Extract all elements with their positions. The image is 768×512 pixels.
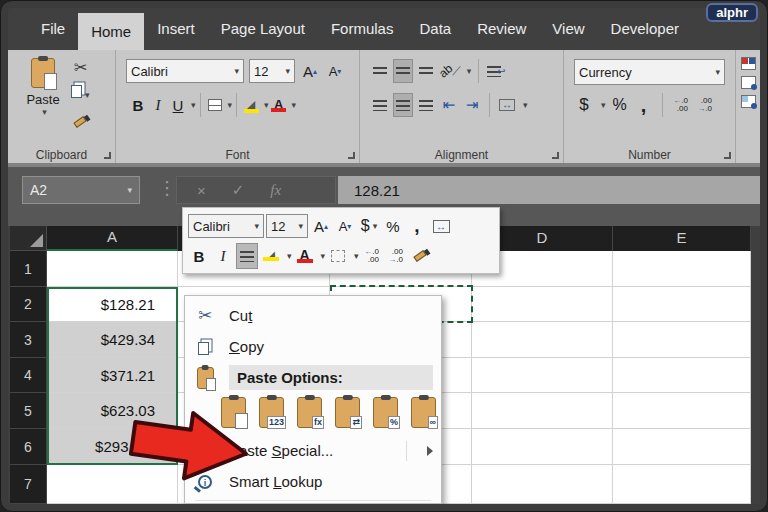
borders-button[interactable] xyxy=(205,93,225,117)
format-painter-button[interactable] xyxy=(74,111,86,129)
row-header-6[interactable]: 6 xyxy=(10,429,47,465)
top-align-button[interactable] xyxy=(370,59,390,83)
alignment-dialog-launcher[interactable] xyxy=(552,152,559,159)
increase-decimal-button[interactable]: ←.0.00 xyxy=(671,93,691,117)
cell-e7[interactable] xyxy=(613,465,751,504)
mini-increase-decimal-button[interactable]: ←.0.00 xyxy=(361,243,383,269)
clipboard-dialog-launcher[interactable] xyxy=(104,152,111,159)
mini-merge-center-button[interactable]: ↔ xyxy=(430,213,452,239)
paste-formulas-button[interactable]: fx xyxy=(297,397,322,428)
mini-font-color-button[interactable]: A xyxy=(294,243,316,269)
align-left-button[interactable] xyxy=(370,93,390,117)
insert-function-button[interactable]: fx xyxy=(270,182,281,199)
tab-page-layout[interactable]: Page Layout xyxy=(208,8,318,50)
decrease-decimal-button[interactable]: .00→.0 xyxy=(695,93,715,117)
font-color-button[interactable]: A xyxy=(269,93,289,117)
tab-formulas[interactable]: Formulas xyxy=(318,8,407,50)
paste-transpose-button[interactable]: ⇄ xyxy=(335,397,360,428)
column-header-a[interactable]: A xyxy=(47,226,178,251)
grow-font-button[interactable]: A▴ xyxy=(300,59,320,83)
merge-center-dropdown-arrow[interactable]: ▾ xyxy=(523,100,528,110)
bold-button[interactable]: B xyxy=(128,93,148,117)
mini-fill-dropdown-arrow[interactable]: ▾ xyxy=(287,251,292,261)
accounting-format-button[interactable]: $ xyxy=(574,93,594,117)
paste-formatting-button[interactable]: % xyxy=(373,397,398,428)
tab-file[interactable]: File xyxy=(28,8,78,50)
italic-button[interactable]: I xyxy=(148,93,168,117)
bottom-align-button[interactable] xyxy=(416,59,436,83)
font-name-select[interactable]: Calibri▾ xyxy=(126,59,244,83)
name-box[interactable]: A2▾ xyxy=(22,176,140,204)
cell-d4[interactable] xyxy=(472,358,613,393)
cut-button[interactable]: ✂ xyxy=(74,58,87,77)
shrink-font-button[interactable]: A▾ xyxy=(325,59,345,83)
cell-d3[interactable] xyxy=(472,322,613,358)
cell-styles-icon[interactable] xyxy=(741,95,756,108)
mini-font-size-select[interactable]: 12▾ xyxy=(266,214,308,238)
cell-a2[interactable]: $128.21 xyxy=(47,287,178,322)
paste-link-button[interactable]: ∞ xyxy=(411,397,436,428)
mini-font-name-select[interactable]: Calibri▾ xyxy=(188,214,264,238)
mini-grow-font-button[interactable]: A▴ xyxy=(310,213,332,239)
row-header-4[interactable]: 4 xyxy=(10,358,47,393)
row-header-1[interactable]: 1 xyxy=(10,251,47,287)
middle-align-button[interactable] xyxy=(393,59,413,83)
underline-button[interactable]: U xyxy=(168,93,188,117)
comma-style-button[interactable]: , xyxy=(634,93,654,117)
number-dialog-launcher[interactable] xyxy=(724,152,731,159)
mini-bold-button[interactable]: B xyxy=(188,243,210,269)
row-header-7[interactable]: 7 xyxy=(10,465,47,504)
cell-e5[interactable] xyxy=(613,393,751,429)
copy-button[interactable]: ▾ xyxy=(74,82,90,102)
decrease-indent-button[interactable]: ⇤ xyxy=(439,93,459,117)
font-color-dropdown-arrow[interactable]: ▾ xyxy=(292,100,297,110)
paste-dropdown-arrow[interactable]: ▾ xyxy=(42,107,47,117)
number-format-select[interactable]: Currency▾ xyxy=(574,59,725,85)
mini-borders-dropdown-arrow[interactable]: ▾ xyxy=(354,251,359,261)
cell-d6[interactable] xyxy=(472,429,613,465)
paste-button[interactable]: Paste ▾ xyxy=(20,58,66,129)
row-header-5[interactable]: 5 xyxy=(10,393,47,429)
select-all-corner[interactable] xyxy=(10,226,47,251)
cell-a3[interactable]: $429.34 xyxy=(47,322,178,358)
paste-values-button[interactable]: 123 xyxy=(259,397,284,428)
merge-center-button[interactable]: ↔ xyxy=(497,93,517,117)
orientation-dropdown-arrow[interactable]: ▾ xyxy=(467,66,472,76)
align-right-button[interactable] xyxy=(416,93,436,117)
center-button[interactable] xyxy=(393,93,413,117)
tab-home[interactable]: Home xyxy=(78,13,144,50)
cell-a4[interactable]: $371.21 xyxy=(47,358,178,393)
cell-a1[interactable] xyxy=(47,251,178,287)
tab-view[interactable]: View xyxy=(539,8,597,50)
percent-style-button[interactable]: % xyxy=(610,93,630,117)
row-header-3[interactable]: 3 xyxy=(10,322,47,358)
tab-review[interactable]: Review xyxy=(464,8,539,50)
column-header-e[interactable]: E xyxy=(613,226,751,251)
cell-e6[interactable] xyxy=(613,429,751,465)
cancel-button[interactable]: × xyxy=(197,182,206,199)
mini-shrink-font-button[interactable]: A▾ xyxy=(334,213,356,239)
increase-indent-button[interactable]: ⇥ xyxy=(462,93,482,117)
accounting-dropdown-arrow[interactable]: ▾ xyxy=(601,100,606,110)
mini-percent-button[interactable]: % xyxy=(382,213,404,239)
mini-italic-button[interactable]: I xyxy=(212,243,234,269)
conditional-formatting-icon[interactable] xyxy=(741,57,756,70)
menu-item-cut[interactable]: ✂Cut xyxy=(185,300,441,331)
borders-dropdown-arrow[interactable]: ▾ xyxy=(228,100,233,110)
fill-color-button[interactable]: ◢ xyxy=(241,93,261,117)
cell-d7[interactable] xyxy=(472,465,613,504)
menu-item-copy[interactable]: Copy xyxy=(185,331,441,362)
cell-e3[interactable] xyxy=(613,322,751,358)
formula-input[interactable]: 128.21 xyxy=(338,176,760,204)
cell-e1[interactable] xyxy=(613,251,751,287)
underline-dropdown-arrow[interactable]: ▾ xyxy=(191,100,196,110)
mini-decrease-decimal-button[interactable]: .00→.0 xyxy=(385,243,407,269)
enter-button[interactable]: ✓ xyxy=(232,181,245,199)
mini-accounting-button[interactable]: $▾ xyxy=(358,213,380,239)
orientation-button[interactable]: ab⟋ xyxy=(439,59,461,83)
formula-bar-splitter[interactable]: ⋮ xyxy=(158,177,176,199)
tab-data[interactable]: Data xyxy=(406,8,464,50)
row-header-2[interactable]: 2 xyxy=(10,287,47,322)
mini-fill-color-button[interactable]: ◢ xyxy=(260,243,282,269)
mini-center-button[interactable] xyxy=(236,243,258,269)
